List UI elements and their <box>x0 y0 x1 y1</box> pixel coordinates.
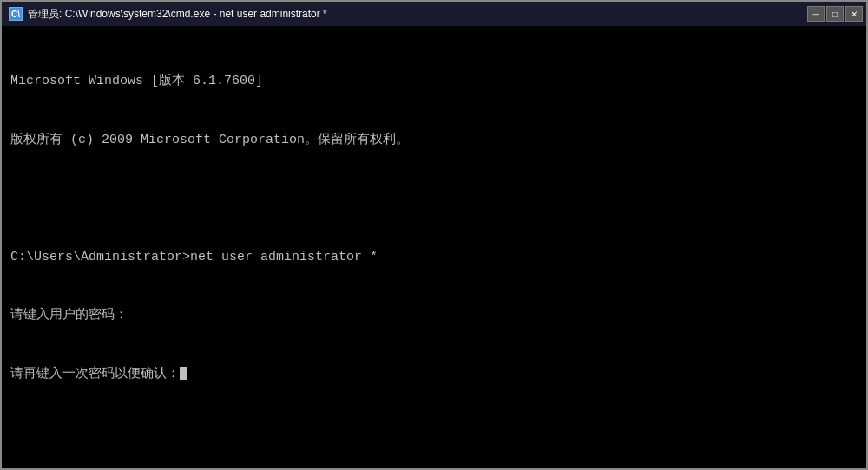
window-controls: ─ □ ✕ <box>807 6 863 22</box>
console-line-6: 请再键入一次密码以便确认： <box>10 365 858 385</box>
console-line-1: Microsoft Windows [版本 6.1.7600] <box>10 72 858 92</box>
console-output[interactable]: Microsoft Windows [版本 6.1.7600] 版权所有 (c)… <box>2 26 866 468</box>
console-line-2: 版权所有 (c) 2009 Microsoft Corporation。保留所有… <box>10 131 858 151</box>
cmd-icon: C\ <box>9 7 23 21</box>
minimize-button[interactable]: ─ <box>807 6 825 22</box>
title-bar: C\ 管理员: C:\Windows\system32\cmd.exe - ne… <box>2 2 866 26</box>
cmd-window: C\ 管理员: C:\Windows\system32\cmd.exe - ne… <box>0 0 868 470</box>
cursor <box>180 367 187 380</box>
console-line-4: C:\Users\Administrator>net user administ… <box>10 248 858 268</box>
maximize-button[interactable]: □ <box>826 6 844 22</box>
console-line-5: 请键入用户的密码： <box>10 306 858 326</box>
close-button[interactable]: ✕ <box>845 6 863 22</box>
cmd-icon-text: C\ <box>11 10 20 19</box>
console-line-3 <box>10 189 858 209</box>
title-bar-text: 管理员: C:\Windows\system32\cmd.exe - net u… <box>28 7 859 22</box>
